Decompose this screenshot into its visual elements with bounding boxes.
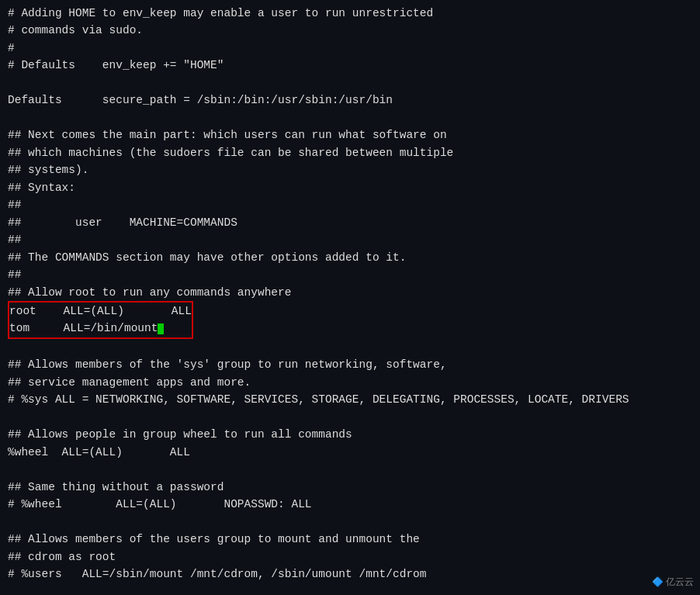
line-13: ## user MACHINE=COMMANDS <box>8 214 692 231</box>
watermark-icon: 🔷 <box>652 576 664 587</box>
line-mount-comment1: ## Allows members of the users group to … <box>8 531 692 548</box>
watermark: 🔷 亿云云 <box>652 576 694 589</box>
line-8: ## Next comes the main part: which users… <box>8 126 692 144</box>
line-5 <box>8 74 692 92</box>
line-sys-3: # %sys ALL = NETWORKING, SOFTWARE, SERVI… <box>8 391 692 408</box>
line-wheel-comment: ## Allows people in group wheel to run a… <box>8 426 692 443</box>
line-14: ## <box>8 231 692 248</box>
line-root: root ALL=(ALL) ALL <box>9 303 192 320</box>
terminal-window: # Adding HOME to env_keep may enable a u… <box>0 0 700 595</box>
line-7 <box>8 109 692 126</box>
line-4: # Defaults env_keep += "HOME" <box>8 57 692 74</box>
line-sys-1: ## Allows members of the 'sys' group to … <box>8 356 692 373</box>
line-16: ## <box>8 266 692 283</box>
line-tom: tom ALL=/bin/mount <box>9 320 192 337</box>
line-mount: # %users ALL=/sbin/mount /mnt/cdrom, /sb… <box>8 566 692 583</box>
line-blank4 <box>8 514 692 531</box>
line-blank3 <box>8 461 692 478</box>
line-blank2 <box>8 409 692 426</box>
line-blank1 <box>8 339 692 356</box>
line-6: Defaults secure_path = /sbin:/bin:/usr/s… <box>8 92 692 109</box>
line-nopass: # %wheel ALL=(ALL) NOPASSWD: ALL <box>8 496 692 513</box>
line-blank5 <box>8 583 692 595</box>
highlighted-block: root ALL=(ALL) ALL tom ALL=/bin/mount <box>8 301 193 339</box>
line-2: # commands via sudo. <box>8 22 692 39</box>
line-9: ## which machines (the sudoers file can … <box>8 144 692 161</box>
line-3: # <box>8 40 692 57</box>
line-sys-2: ## service management apps and more. <box>8 374 692 391</box>
line-10: ## systems). <box>8 161 692 178</box>
text-cursor <box>158 323 164 334</box>
line-17: ## Allow root to run any commands anywhe… <box>8 284 692 301</box>
line-12: ## <box>8 196 692 213</box>
watermark-text: 亿云云 <box>666 576 694 587</box>
line-1: # Adding HOME to env_keep may enable a u… <box>8 5 692 22</box>
line-15: ## The COMMANDS section may have other o… <box>8 249 692 266</box>
line-11: ## Syntax: <box>8 179 692 196</box>
line-mount-comment2: ## cdrom as root <box>8 548 692 566</box>
line-wheel: %wheel ALL=(ALL) ALL <box>8 444 692 461</box>
line-nopass-comment: ## Same thing without a password <box>8 479 692 496</box>
